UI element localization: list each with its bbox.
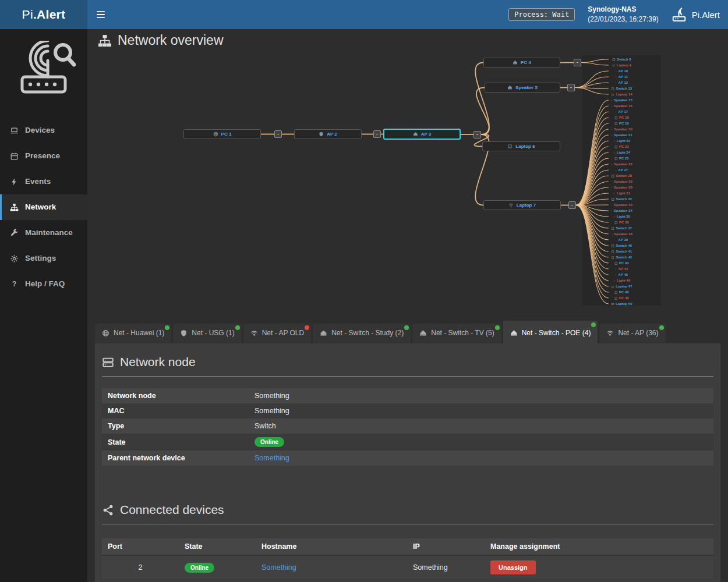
diagram-node-ap-3[interactable]: AP 3 bbox=[383, 129, 461, 140]
device-list-item-switch-42[interactable]: ▢Switch 42 bbox=[582, 254, 661, 260]
device-list-item-switch-8[interactable]: ▢Switch 8 bbox=[582, 56, 661, 62]
device-list-item-laptop-9[interactable]: ▭Laptop 9 bbox=[582, 62, 661, 68]
device-type-icon: ▢ bbox=[612, 175, 614, 178]
device-list-item-light-24[interactable]: ○Light 24 bbox=[582, 150, 661, 155]
network-node-title-label: Network node bbox=[120, 355, 196, 369]
sidebar-item-devices[interactable]: Devices bbox=[0, 118, 87, 143]
brand-logo[interactable]: Pi.Alert bbox=[0, 0, 87, 29]
device-list-item-laptop-47[interactable]: ▭Laptop 47 bbox=[582, 283, 661, 289]
device-list-item-light-46[interactable]: ○Light 46 bbox=[582, 278, 661, 283]
unassign-button[interactable]: Unassign bbox=[490, 560, 536, 574]
collapse-button[interactable]: - bbox=[373, 130, 381, 138]
device-list-item-ap-44[interactable]: ◦AP 44 bbox=[582, 266, 661, 272]
device-list-item-switch-41[interactable]: ▢Switch 41 bbox=[582, 249, 661, 254]
radar-icon bbox=[672, 7, 687, 22]
device-list-item-speaker-33[interactable]: ◦Speaker 33 bbox=[582, 202, 661, 208]
device-list-item-pc-43[interactable]: ▢PC 43 bbox=[582, 260, 661, 266]
tab-label: Net - Switch - Study (2) bbox=[331, 329, 404, 337]
tab-net-switch-poe-4[interactable]: Net - Switch - POE (4) bbox=[503, 321, 598, 343]
device-list-item-switch-28[interactable]: ▢Switch 28 bbox=[582, 173, 661, 179]
ethernet-icon bbox=[413, 132, 418, 137]
collapse-button[interactable]: - bbox=[274, 130, 282, 138]
sidebar-item-network[interactable]: Network bbox=[0, 194, 87, 220]
hamburger-menu-icon[interactable] bbox=[96, 9, 106, 20]
device-list-item-light-22[interactable]: ○Light 22 bbox=[582, 138, 661, 144]
collapse-button[interactable]: - bbox=[574, 59, 581, 66]
tab-net-switch-study-2[interactable]: Net - Switch - Study (2) bbox=[313, 324, 411, 343]
sidebar-item-help-faq[interactable]: ?Help / FAQ bbox=[0, 271, 87, 297]
diagram-node-pc-4[interactable]: PC 4 bbox=[483, 58, 560, 68]
diagram-node-speaker-5[interactable]: Speaker 5 bbox=[485, 83, 560, 93]
device-type-icon: ▢ bbox=[612, 227, 614, 230]
device-list-item-speaker-38[interactable]: ◦Speaker 38 bbox=[582, 231, 661, 237]
device-list-item-pc-25[interactable]: ▢PC 25 bbox=[582, 155, 661, 161]
device-list-item-pc-36[interactable]: ▢PC 36 bbox=[582, 219, 661, 225]
device-list-item-light-35[interactable]: ○Light 35 bbox=[582, 214, 661, 219]
parent-device-link[interactable]: Something bbox=[255, 454, 289, 462]
diagram-node-ap-2[interactable]: AP 2 bbox=[294, 129, 362, 139]
device-list-item-light-31[interactable]: ○Light 31 bbox=[582, 190, 661, 196]
device-list-item-speaker-16[interactable]: ◦Speaker 16 bbox=[582, 103, 661, 109]
calendar-icon bbox=[10, 152, 19, 161]
device-list-item-switch-40[interactable]: ▢Switch 40 bbox=[582, 243, 661, 249]
field-value: Something bbox=[255, 392, 289, 400]
device-list-item-speaker-29[interactable]: ◦Speaker 29 bbox=[582, 179, 661, 184]
device-name: Switch 42 bbox=[616, 255, 632, 259]
device-list-item-pc-23[interactable]: ▢PC 23 bbox=[582, 144, 661, 150]
device-list-item-pc-48[interactable]: ▢PC 48 bbox=[582, 289, 661, 295]
device-type-icon: ▢ bbox=[612, 244, 614, 247]
device-list-item-speaker-26[interactable]: ◦Speaker 26 bbox=[582, 161, 661, 167]
device-list-item-ap-45[interactable]: ◦AP 45 bbox=[582, 272, 661, 278]
diagram-node-laptop-7[interactable]: Laptop 7 bbox=[483, 200, 561, 210]
device-list-item-ap-39[interactable]: ◦AP 39 bbox=[582, 237, 661, 243]
device-list-item-speaker-21[interactable]: ◦Speaker 21 bbox=[582, 132, 661, 138]
collapse-button[interactable]: - bbox=[567, 84, 575, 91]
device-list-item-pc-18[interactable]: ▢PC 18 bbox=[582, 115, 661, 120]
device-list-item-laptop-14[interactable]: ▭Laptop 14 bbox=[582, 91, 661, 97]
sidebar-item-settings[interactable]: Settings bbox=[0, 246, 87, 271]
device-list-item-ap-12[interactable]: ◦AP 12 bbox=[582, 80, 661, 86]
sidebar-item-maintenance[interactable]: Maintenance bbox=[0, 220, 87, 246]
device-list-item-ap-27[interactable]: ◦AP 27 bbox=[582, 167, 661, 173]
device-list-item-speaker-34[interactable]: ◦Speaker 34 bbox=[582, 208, 661, 214]
device-list-item-ap-17[interactable]: ◦AP 17 bbox=[582, 109, 661, 115]
column-header-hostname: Hostname bbox=[256, 538, 407, 555]
collapse-button[interactable]: - bbox=[473, 131, 481, 139]
device-name: PC 48 bbox=[619, 290, 629, 294]
node-label: Laptop 7 bbox=[517, 203, 536, 208]
device-list-item-speaker-30[interactable]: ◦Speaker 30 bbox=[582, 184, 661, 190]
device-list-item-switch-32[interactable]: ▢Switch 32 bbox=[582, 196, 661, 202]
device-type-icon: ◦ bbox=[616, 70, 617, 73]
network-node-section-title: Network node bbox=[102, 355, 713, 369]
tab-net-ap-36[interactable]: Net - AP (36) bbox=[599, 324, 665, 343]
diagram-node-laptop-6[interactable]: Laptop 6 bbox=[482, 141, 560, 151]
hostname-link[interactable]: Something bbox=[261, 563, 296, 572]
device-list-item-switch-13[interactable]: ▢Switch 13 bbox=[582, 86, 661, 91]
section-divider bbox=[102, 376, 713, 377]
device-list-item-speaker-20[interactable]: ◦Speaker 20 bbox=[582, 126, 661, 132]
navbar-brand-link[interactable]: Pi.Alert bbox=[672, 7, 720, 22]
sidebar-item-presence[interactable]: Presence bbox=[0, 143, 87, 169]
node-label: PC 1 bbox=[221, 132, 232, 137]
tab-net-huawei-1[interactable]: Net - Huawei (1) bbox=[95, 324, 171, 343]
tab-net-ap-old[interactable]: Net - AP OLD bbox=[243, 324, 311, 343]
table-row: Network nodeSomething bbox=[102, 388, 713, 403]
wrench-icon bbox=[10, 229, 19, 237]
device-type-icon: ▢ bbox=[612, 256, 614, 259]
diagram-node-pc-1[interactable]: PC 1 bbox=[183, 129, 261, 139]
device-list-item-pc-19[interactable]: ▢PC 19 bbox=[582, 120, 661, 126]
collapse-button[interactable]: - bbox=[568, 201, 576, 209]
laptop-icon bbox=[507, 144, 513, 149]
sidebar-item-events[interactable]: Events bbox=[0, 169, 87, 194]
tab-net-usg-1[interactable]: Net - USG (1) bbox=[173, 324, 241, 343]
device-list-item-speaker-15[interactable]: ◦Speaker 15 bbox=[582, 97, 661, 103]
tab-net-switch-tv-5[interactable]: Net - Switch - TV (5) bbox=[412, 324, 501, 343]
device-list-item-pc-49[interactable]: ▢PC 49 bbox=[582, 295, 661, 301]
device-list-item-switch-37[interactable]: ▢Switch 37 bbox=[582, 225, 661, 231]
network-node-table: Network nodeSomethingMACSomethingTypeSwi… bbox=[102, 388, 713, 466]
device-list-item-ap-10[interactable]: ◦AP 10 bbox=[582, 68, 661, 74]
device-list-item-ap-11[interactable]: ◦AP 11 bbox=[582, 74, 661, 80]
device-type-icon: ○ bbox=[613, 151, 615, 154]
device-list-item-laptop-50[interactable]: ▭Laptop 50 bbox=[582, 301, 661, 307]
device-name: Speaker 16 bbox=[614, 104, 632, 108]
